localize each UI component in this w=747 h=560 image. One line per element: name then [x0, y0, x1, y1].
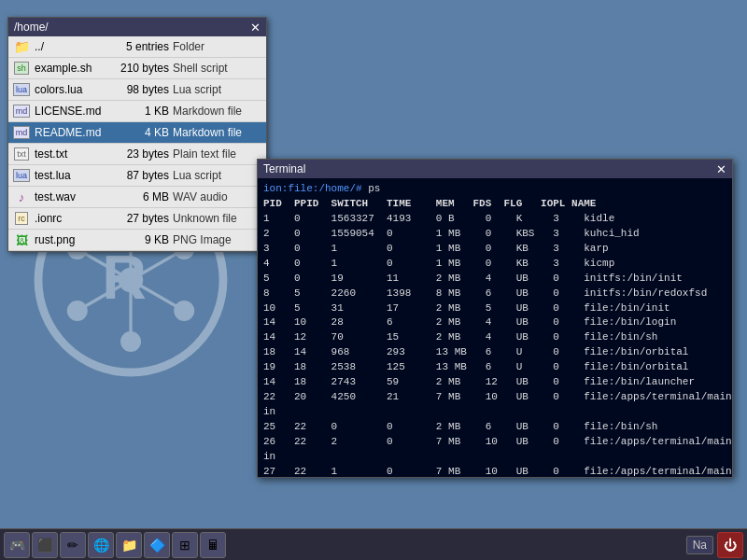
terminal-header-line: PID PPID SWITCH TIME MEM FDS FLG IOPL NA…	[263, 197, 726, 212]
terminal-body[interactable]: ion:file:/home/# psPID PPID SWITCH TIME …	[258, 178, 732, 477]
file-icon-script: sh	[12, 60, 31, 77]
file-type: Shell script	[173, 62, 262, 75]
file-icon-txt: txt	[12, 146, 31, 162]
browser-icon[interactable]: 🌐	[88, 532, 114, 558]
taskbar-right: Na ⏻	[686, 532, 743, 558]
file-size: 87 bytes	[113, 169, 169, 182]
file-size: 27 bytes	[113, 212, 169, 225]
file-size: 9 KB	[113, 233, 169, 246]
file-icon-png: 🖼	[12, 231, 31, 248]
terminal-process-row: in	[263, 450, 726, 465]
file-name: .ionrc	[35, 212, 109, 225]
file-type: Markdown file	[173, 126, 262, 139]
file-name: colors.lua	[35, 83, 109, 96]
file-size: 98 bytes	[113, 83, 169, 96]
terminal-process-row: 19 18 2538 125 13 MB 6 U 0 file:/bin/orb…	[263, 360, 726, 375]
terminal-process-row: 10 5 31 17 2 MB 5 UB 0 file:/bin/init	[263, 301, 726, 316]
terminal-window: Terminal ✕ ion:file:/home/# psPID PPID S…	[257, 159, 733, 478]
terminal-process-row: 25 22 0 0 2 MB 6 UB 0 file:/bin/sh	[263, 420, 726, 435]
terminal-process-row: 18 14 968 293 13 MB 6 U 0 file:/bin/orbi…	[263, 345, 726, 360]
file-row[interactable]: 🖼 rust.png 9 KB PNG Image	[8, 230, 266, 251]
file-type: Lua script	[173, 83, 262, 96]
desktop: R /home/ ✕ 📁 ../ 5 entries Folder sh exa…	[0, 0, 747, 560]
gamepad-icon[interactable]: 🎮	[4, 532, 30, 558]
file-type: Folder	[173, 40, 262, 53]
folder-icon[interactable]: 📁	[116, 532, 142, 558]
file-list: 📁 ../ 5 entries Folder sh example.sh 210…	[8, 36, 266, 251]
file-window-titlebar: /home/ ✕	[8, 18, 266, 36]
terminal-process-row: 22 20 4250 21 7 MB 10 UB 0 file:/apps/te…	[263, 390, 726, 405]
terminal-process-row: 2 0 1559054 0 1 MB 0 KBS 3 kuhci_hid	[263, 227, 726, 242]
app-icon[interactable]: 🔷	[144, 532, 170, 558]
pencil-icon[interactable]: ✏	[60, 532, 86, 558]
file-row[interactable]: md LICENSE.md 1 KB Markdown file	[8, 101, 266, 122]
file-row[interactable]: lua colors.lua 98 bytes Lua script	[8, 79, 266, 101]
svg-text:R: R	[102, 243, 147, 312]
file-row[interactable]: 📁 ../ 5 entries Folder	[8, 36, 266, 58]
terminal-process-row: 14 12 70 15 2 MB 4 UB 0 file:/bin/sh	[263, 330, 726, 345]
file-type: Markdown file	[173, 105, 262, 118]
terminal-process-row: 8 5 2260 1398 8 MB 6 UB 0 initfs:/bin/re…	[263, 287, 726, 301]
file-icon-rc: rc	[12, 210, 31, 227]
file-type: Plain text file	[173, 147, 262, 161]
file-size: 5 entries	[113, 40, 169, 53]
file-icon-lua: lua	[12, 167, 31, 184]
terminal-title: Terminal	[263, 162, 305, 175]
file-name: test.txt	[35, 147, 109, 161]
file-window-close-button[interactable]: ✕	[250, 21, 261, 34]
file-icon-folder: 📁	[12, 38, 31, 55]
file-size: 1 KB	[113, 105, 169, 118]
file-type: Unknown file	[173, 212, 262, 225]
file-type: PNG Image	[173, 233, 262, 246]
file-icon-md: md	[12, 124, 31, 141]
file-name: rust.png	[35, 233, 109, 246]
terminal-process-row: 5 0 19 11 2 MB 4 UB 0 initfs:/bin/init	[263, 272, 726, 287]
file-row[interactable]: lua test.lua 87 bytes Lua script	[8, 165, 266, 187]
file-name: example.sh	[35, 62, 109, 75]
terminal-close-button[interactable]: ✕	[716, 163, 726, 175]
power-button[interactable]: ⏻	[717, 532, 743, 558]
calculator-icon[interactable]: 🖩	[200, 532, 226, 558]
file-window-title: /home/	[14, 21, 49, 34]
terminal-titlebar: Terminal ✕	[258, 160, 732, 178]
file-size: 4 KB	[113, 126, 169, 139]
file-size: 23 bytes	[113, 147, 169, 161]
file-name: LICENSE.md	[35, 105, 109, 118]
terminal-process-row: in	[263, 405, 726, 420]
terminal-process-row: 14 18 2743 59 2 MB 12 UB 0 file:/bin/lau…	[263, 375, 726, 390]
terminal-process-row: 27 22 1 0 7 MB 10 UB 0 file:/apps/termin…	[263, 465, 726, 477]
terminal-process-row: 26 22 2 0 7 MB 10 UB 0 file:/apps/termin…	[263, 435, 726, 450]
taskbar: 🎮⬛✏🌐📁🔷⊞🖩 Na ⏻	[0, 528, 747, 560]
file-row[interactable]: sh example.sh 210 bytes Shell script	[8, 58, 266, 79]
terminal-prompt-line: ion:file:/home/# ps	[263, 182, 726, 197]
grid-icon[interactable]: ⊞	[172, 532, 198, 558]
file-size: 210 bytes	[113, 62, 169, 75]
file-name: README.md	[35, 126, 109, 139]
file-icon-wav: ♪	[12, 189, 31, 205]
file-name: test.wav	[35, 190, 109, 203]
terminal-process-row: 1 0 1563327 4193 0 B 0 K 3 kidle	[263, 212, 726, 227]
file-row[interactable]: md README.md 4 KB Markdown file	[8, 122, 266, 144]
terminal-process-row: 4 0 1 0 1 MB 0 KB 3 kicmp	[263, 257, 726, 272]
file-row[interactable]: rc .ionrc 27 bytes Unknown file	[8, 208, 266, 230]
file-type: WAV audio	[173, 190, 262, 203]
taskbar-label: Na	[686, 536, 713, 554]
file-type: Lua script	[173, 169, 262, 182]
file-row[interactable]: txt test.txt 23 bytes Plain text file	[8, 144, 266, 165]
terminal-process-row: 3 0 1 0 1 MB 0 KB 3 karp	[263, 242, 726, 257]
terminal-icon[interactable]: ⬛	[32, 532, 58, 558]
file-name: ../	[35, 40, 109, 53]
file-row[interactable]: ♪ test.wav 6 MB WAV audio	[8, 187, 266, 208]
file-icon-md: md	[12, 103, 31, 119]
file-size: 6 MB	[113, 190, 169, 203]
file-name: test.lua	[35, 169, 109, 182]
terminal-process-row: 14 10 28 6 2 MB 4 UB 0 file:/bin/login	[263, 315, 726, 330]
file-icon-lua: lua	[12, 81, 31, 98]
file-manager-window: /home/ ✕ 📁 ../ 5 entries Folder sh examp…	[7, 17, 267, 252]
